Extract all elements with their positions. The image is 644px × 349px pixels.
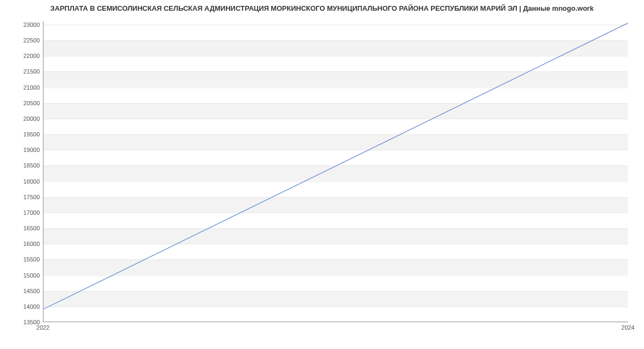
y-tick-label: 13500 bbox=[8, 319, 40, 325]
y-tick-label: 21000 bbox=[8, 84, 40, 91]
y-tick-label: 19000 bbox=[8, 147, 40, 153]
y-tick-label: 22000 bbox=[8, 53, 40, 59]
y-tick-label: 20500 bbox=[8, 100, 40, 106]
x-tick-label: 2024 bbox=[621, 324, 634, 331]
chart-title: ЗАРПЛАТА В СЕМИСОЛИНСКАЯ СЕЛЬСКАЯ АДМИНИ… bbox=[0, 4, 644, 12]
line-layer bbox=[43, 21, 628, 322]
plot-area bbox=[43, 21, 628, 322]
line-chart: ЗАРПЛАТА В СЕМИСОЛИНСКАЯ СЕЛЬСКАЯ АДМИНИ… bbox=[0, 0, 644, 349]
y-tick-label: 18500 bbox=[8, 162, 40, 169]
y-tick-label: 18000 bbox=[8, 178, 40, 185]
y-tick-label: 17000 bbox=[8, 209, 40, 216]
y-tick-label: 23000 bbox=[8, 21, 40, 28]
y-tick-label: 20000 bbox=[8, 115, 40, 122]
y-tick-label: 19500 bbox=[8, 131, 40, 137]
y-tick-label: 21500 bbox=[8, 68, 40, 75]
y-tick-label: 15000 bbox=[8, 272, 40, 279]
y-tick-label: 16000 bbox=[8, 241, 40, 247]
y-tick-label: 14500 bbox=[8, 288, 40, 294]
y-tick-label: 15500 bbox=[8, 256, 40, 263]
y-tick-label: 14000 bbox=[8, 303, 40, 310]
y-tick-label: 17500 bbox=[8, 194, 40, 200]
y-tick-label: 16500 bbox=[8, 225, 40, 231]
y-tick-label: 22500 bbox=[8, 37, 40, 43]
series-line bbox=[43, 23, 628, 309]
x-tick-label: 2022 bbox=[36, 324, 49, 331]
